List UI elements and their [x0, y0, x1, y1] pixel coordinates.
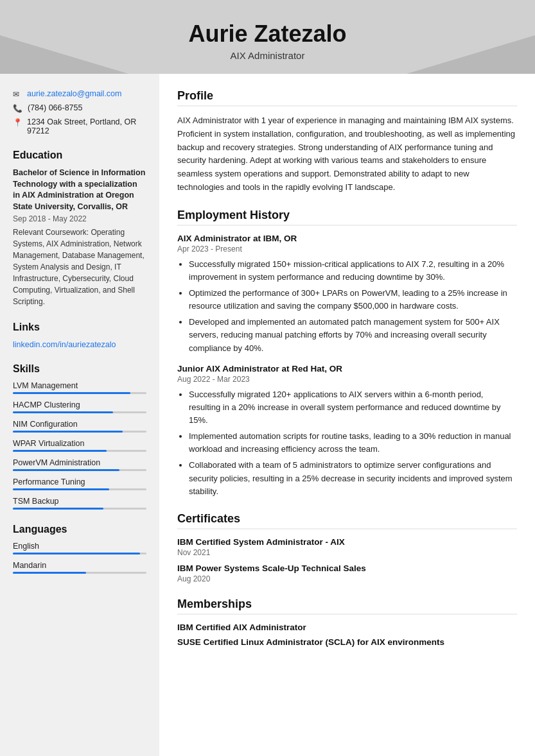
skill-bar-bg [13, 411, 146, 413]
skill-bar-bg [13, 488, 146, 490]
languages-section: Languages English Mandarin [13, 524, 146, 574]
job-entry: Junior AIX Administrator at Red Hat, OR … [177, 364, 517, 498]
cert-date: Nov 2021 [177, 548, 517, 557]
address-text: 1234 Oak Street, Portland, OR 97212 [27, 117, 146, 135]
employment-section-title: Employment History [177, 209, 517, 226]
contact-section: ✉ aurie.zatezalo@gmail.com 📞 (784) 066-8… [13, 89, 146, 135]
job-date: Aug 2022 - Mar 2023 [177, 375, 517, 384]
skill-bar-fill [13, 431, 123, 433]
job-entry: AIX Administrator at IBM, OR Apr 2023 - … [177, 234, 517, 355]
linkedin-link[interactable]: linkedin.com/in/auriezatezalo [13, 340, 116, 349]
skill-bar-bg [13, 392, 146, 394]
profile-section-title: Profile [177, 89, 517, 107]
education-title: Education [13, 150, 146, 161]
job-bullets-list: Successfully migrated 150+ mission-criti… [177, 258, 517, 355]
language-bar-bg [13, 572, 146, 574]
cert-entry: IBM Power Systems Scale-Up Technical Sal… [177, 563, 517, 583]
resume-header: Aurie Zatezalo AIX Administrator [0, 0, 535, 74]
skills-title: Skills [13, 363, 146, 375]
skill-bar-bg [13, 431, 146, 433]
languages-title: Languages [13, 524, 146, 535]
language-bar-bg [13, 553, 146, 554]
skill-name: Performance Tuning [13, 477, 146, 486]
skills-list: LVM Management HACMP Clustering NIM Conf… [13, 381, 146, 510]
email-icon: ✉ [13, 90, 22, 99]
cert-name: IBM Power Systems Scale-Up Technical Sal… [177, 563, 517, 573]
skill-bar-fill [13, 411, 113, 413]
job-bullet: Implemented automation scripts for routi… [189, 430, 517, 456]
skill-name: LVM Management [13, 381, 146, 390]
candidate-name: Aurie Zatezalo [13, 21, 522, 47]
main-content: Profile AIX Administrator with 1 year of… [159, 74, 535, 756]
email-link[interactable]: aurie.zatezalo@gmail.com [27, 89, 121, 98]
skill-bar-fill [13, 488, 109, 490]
membership-entry: IBM Certified AIX Administrator [177, 623, 517, 632]
job-bullet: Successfully migrated 120+ applications … [189, 388, 517, 427]
membership-entry: SUSE Certified Linux Administrator (SCLA… [177, 637, 517, 647]
job-title: Junior AIX Administrator at Red Hat, OR [177, 364, 517, 374]
skill-bar-bg [13, 508, 146, 510]
skill-name: WPAR Virtualization [13, 439, 146, 448]
location-icon: 📍 [13, 118, 22, 127]
contact-phone: 📞 (784) 066-8755 [13, 103, 146, 113]
links-title: Links [13, 322, 146, 333]
skill-item: PowerVM Administration [13, 458, 146, 471]
cert-entry: IBM Certified System Administrator - AIX… [177, 537, 517, 557]
education-section: Education Bachelor of Science in Informa… [13, 150, 146, 307]
skill-name: HACMP Clustering [13, 400, 146, 409]
skill-item: LVM Management [13, 381, 146, 394]
skill-bar-bg [13, 469, 146, 471]
skill-bar-fill [13, 469, 119, 471]
languages-list: English Mandarin [13, 542, 146, 574]
candidate-title: AIX Administrator [13, 50, 522, 61]
body-layout: ✉ aurie.zatezalo@gmail.com 📞 (784) 066-8… [0, 74, 535, 756]
job-date: Apr 2023 - Present [177, 245, 517, 253]
skill-name: PowerVM Administration [13, 458, 146, 467]
job-title: AIX Administrator at IBM, OR [177, 234, 517, 243]
education-degree: Bachelor of Science in Information Techn… [13, 168, 146, 212]
language-bar-fill [13, 553, 140, 554]
phone-icon: 📞 [13, 104, 22, 113]
language-name: English [13, 542, 146, 551]
phone-text: (784) 066-8755 [28, 103, 82, 112]
skill-name: NIM Configuration [13, 420, 146, 429]
certificates-section-title: Certificates [177, 512, 517, 529]
certificates-section: Certificates IBM Certified System Admini… [177, 512, 517, 583]
skill-name: TSM Backup [13, 497, 146, 506]
skill-bar-fill [13, 508, 103, 510]
cert-name: IBM Certified System Administrator - AIX [177, 537, 517, 547]
contact-email: ✉ aurie.zatezalo@gmail.com [13, 89, 146, 99]
language-name: Mandarin [13, 561, 146, 570]
language-bar-fill [13, 572, 86, 574]
job-bullet: Successfully migrated 150+ mission-criti… [189, 258, 517, 284]
job-bullets-list: Successfully migrated 120+ applications … [177, 388, 517, 498]
skills-section: Skills LVM Management HACMP Clustering N… [13, 363, 146, 510]
skill-item: WPAR Virtualization [13, 439, 146, 452]
links-section: Links linkedin.com/in/auriezatezalo [13, 322, 146, 349]
education-date: Sep 2018 - May 2022 [13, 214, 146, 223]
sidebar: ✉ aurie.zatezalo@gmail.com 📞 (784) 066-8… [0, 74, 159, 756]
profile-text: AIX Administrator with 1 year of experie… [177, 114, 517, 194]
skill-item: Performance Tuning [13, 477, 146, 490]
skill-bar-bg [13, 450, 146, 452]
skill-bar-fill [13, 392, 130, 394]
memberships-section-title: Memberships [177, 597, 517, 615]
contact-address: 📍 1234 Oak Street, Portland, OR 97212 [13, 117, 146, 135]
job-bullet: Collaborated with a team of 5 administra… [189, 459, 517, 497]
certs-list: IBM Certified System Administrator - AIX… [177, 537, 517, 583]
memberships-section: Memberships IBM Certified AIX Administra… [177, 597, 517, 647]
job-bullet: Developed and implemented an automated p… [189, 316, 517, 354]
language-item: English [13, 542, 146, 554]
skill-bar-fill [13, 450, 107, 452]
memberships-list: IBM Certified AIX AdministratorSUSE Cert… [177, 623, 517, 647]
skill-item: NIM Configuration [13, 420, 146, 433]
skill-item: HACMP Clustering [13, 400, 146, 413]
cert-date: Aug 2020 [177, 574, 517, 583]
jobs-list: AIX Administrator at IBM, OR Apr 2023 - … [177, 234, 517, 498]
employment-section: Employment History AIX Administrator at … [177, 209, 517, 498]
language-item: Mandarin [13, 561, 146, 574]
profile-section: Profile AIX Administrator with 1 year of… [177, 89, 517, 194]
skill-item: TSM Backup [13, 497, 146, 510]
job-bullet: Optimized the performance of 300+ LPARs … [189, 287, 517, 313]
education-courses: Relevant Coursework: Operating Systems, … [13, 227, 146, 307]
